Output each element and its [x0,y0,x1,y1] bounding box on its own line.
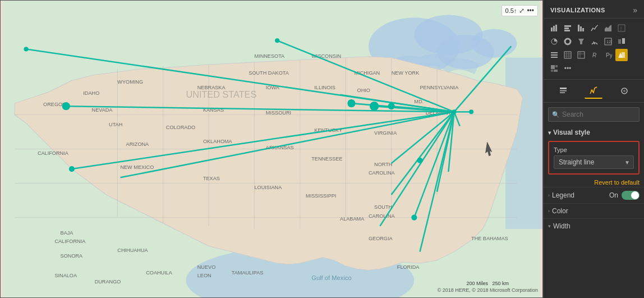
viz-row-4: ••• [548,62,640,75]
svg-text:LEON: LEON [197,273,211,278]
viz-icon-bar2[interactable] [562,22,574,34]
search-icon: 🔍 [552,111,560,118]
svg-text:NORTH: NORTH [374,162,392,167]
type-label: Type [554,146,634,153]
svg-rect-106 [578,25,579,31]
svg-text:CAROLINA: CAROLINA [369,213,395,219]
color-row[interactable]: › Color [544,203,644,218]
revert-to-default-link[interactable]: Revert to default [544,177,644,187]
map-toolbar[interactable]: 0.5↑ ⤢ ••• [502,5,538,16]
viz-icon-bar[interactable] [548,22,560,34]
viz-icon-kpi[interactable] [615,35,628,48]
svg-text:SOUTH DAKOTA: SOUTH DAKOTA [249,70,289,76]
svg-rect-136 [555,65,558,67]
viz-icon-pie[interactable] [548,35,560,48]
svg-text:ARKANSAS: ARKANSAS [266,145,294,150]
svg-text:MISSISSIPPI: MISSISSIPPI [306,193,336,199]
svg-rect-134 [622,52,625,58]
svg-text:NEW YORK: NEW YORK [392,70,420,76]
svg-text:⋮: ⋮ [619,26,623,31]
type-select-wrapper: Straight line Curved line Arc ▼ [554,155,634,169]
viz-icon-area[interactable] [602,22,614,34]
svg-text:SOUTH: SOUTH [374,204,392,210]
visual-style-chevron: ▾ [548,130,551,136]
svg-rect-120 [551,52,558,53]
svg-rect-101 [553,26,555,31]
viz-icon-donut[interactable] [562,35,574,48]
viz-icon-stacked-bar[interactable] [575,22,587,34]
viz-icon-matrix[interactable] [575,49,587,61]
svg-point-89 [62,102,70,110]
expand-icon[interactable]: ⤢ [519,7,525,15]
legend-label: Legend [552,191,574,199]
svg-text:NEW MEXICO: NEW MEXICO [120,164,154,170]
search-box: 🔍 [548,107,640,122]
legend-toggle[interactable] [622,191,640,200]
type-card: Type Straight line Curved line Arc ▼ [548,141,640,175]
svg-point-93 [347,99,355,107]
svg-text:LOUISIANA: LOUISIANA [254,185,282,190]
more-options-icon[interactable]: ••• [527,7,534,15]
viz-icon-funnel[interactable] [575,35,587,48]
svg-text:OKLAHOMA: OKLAHOMA [203,139,233,144]
search-input[interactable] [548,107,640,122]
svg-rect-137 [551,70,553,72]
svg-text:SONORA: SONORA [61,253,84,259]
svg-text:GEORGIA: GEORGIA [369,236,393,241]
svg-point-99 [469,109,473,114]
legend-row[interactable]: › Legend On [544,187,644,203]
viz-icon-gauge[interactable] [588,35,601,48]
viz-icons-grid: ⋮ 123 [544,19,644,80]
viz-icon-line[interactable] [588,22,601,34]
width-chevron-icon: ▾ [548,223,551,229]
viz-row-2: 123 [548,35,640,48]
viz-row-1: ⋮ [548,22,640,34]
svg-rect-103 [564,25,571,27]
panel-expand-button[interactable]: » [633,6,637,15]
map-container: OREGON CALIFORNIA IDAHO WYOMING NEVADA U… [0,0,543,298]
svg-point-113 [565,39,571,44]
tab-analytics[interactable] [615,83,633,99]
svg-rect-121 [551,54,558,56]
viz-icon-card[interactable]: 123 [602,35,614,48]
panel-header: VISUALIZATIONS » [544,0,644,19]
map-svg: OREGON CALIFORNIA IDAHO WYOMING NEVADA U… [1,1,542,297]
zoom-level: 0.5↑ [505,7,517,14]
svg-rect-135 [551,65,555,69]
viz-icon-scatter[interactable]: ⋮ [615,22,628,34]
svg-rect-119 [622,38,625,44]
viz-icon-r[interactable]: R [588,49,601,61]
viz-icon-slicer[interactable] [548,49,560,61]
svg-point-4 [471,29,517,58]
type-select[interactable]: Straight line Curved line Arc [554,155,634,169]
viz-icon-more[interactable]: ••• [562,62,574,75]
svg-point-92 [275,38,279,43]
viz-icon-map-active[interactable] [615,49,628,61]
svg-text:ALABAMA: ALABAMA [340,216,365,222]
viz-icon-treemap[interactable] [548,62,560,75]
legend-on-label: On [609,191,618,199]
legend-right: On [609,191,640,200]
svg-text:ARIZONA: ARIZONA [126,141,150,147]
svg-text:TENNESSEE: TENNESSEE [311,156,342,162]
svg-text:UNITED STATES: UNITED STATES [186,89,256,99]
svg-rect-139 [560,88,567,89]
svg-rect-140 [560,90,567,91]
visual-style-section[interactable]: ▾ Visual style [544,126,644,139]
svg-point-97 [411,214,417,220]
viz-icon-table[interactable] [562,49,574,61]
viz-icon-python[interactable]: Py [602,49,614,61]
svg-line-115 [594,42,595,44]
svg-text:VIRGINIA: VIRGINIA [374,130,397,136]
tab-format[interactable] [585,83,602,99]
panel-title: VISUALIZATIONS [550,7,605,13]
map-scale: 200 Miles 250 km [466,281,509,286]
svg-rect-118 [618,39,621,44]
svg-text:PENNSYLVANIA: PENNSYLVANIA [420,85,459,90]
width-row[interactable]: ▾ Width [544,218,644,233]
color-chevron-icon: › [548,208,550,214]
tab-fields[interactable] [554,83,572,99]
svg-text:CAROLINA: CAROLINA [369,170,395,176]
toggle-knob [631,191,639,199]
svg-rect-102 [555,25,557,31]
